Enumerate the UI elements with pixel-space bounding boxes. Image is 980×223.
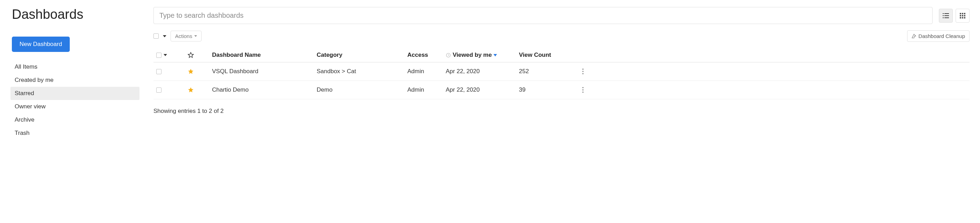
cell-access: Admin <box>407 68 442 75</box>
column-viewed-by-me[interactable]: Viewed by me <box>446 52 515 59</box>
topbar <box>153 7 969 24</box>
table-row: VSQL Dashboard Sandbox > Cat Admin Apr 2… <box>153 62 969 81</box>
svg-rect-11 <box>964 15 965 16</box>
column-category[interactable]: Category <box>317 52 404 59</box>
star-toggle[interactable] <box>188 68 208 74</box>
header-sort-caret[interactable] <box>164 54 167 56</box>
cell-name[interactable]: Chartio Demo <box>212 86 313 93</box>
main-content: Actions Dashboard Cleanup <box>153 7 969 140</box>
column-viewed-label: Viewed by me <box>453 52 492 59</box>
cell-view-count: 252 <box>519 68 568 75</box>
column-view-count[interactable]: View Count <box>519 52 568 59</box>
cleanup-label: Dashboard Cleanup <box>919 33 965 39</box>
sidebar-item-created-by-me[interactable]: Created by me <box>11 74 140 87</box>
select-all-checkbox[interactable] <box>153 33 159 39</box>
cell-category: Demo <box>317 86 404 93</box>
page-root: Dashboards New Dashboard All Items Creat… <box>0 0 980 147</box>
svg-rect-2 <box>943 15 944 16</box>
svg-rect-7 <box>962 13 963 14</box>
sidebar-item-starred[interactable]: Starred <box>11 87 140 100</box>
sidebar-nav: All Items Created by me Starred Owner vi… <box>11 60 140 140</box>
svg-point-17 <box>582 71 584 72</box>
header-checkbox[interactable] <box>156 52 161 58</box>
svg-point-21 <box>582 92 584 93</box>
svg-rect-8 <box>964 13 965 14</box>
svg-rect-13 <box>962 17 963 19</box>
svg-point-16 <box>582 69 584 70</box>
sort-desc-icon <box>493 54 497 57</box>
column-dashboard-name[interactable]: Dashboard Name <box>212 52 313 59</box>
dashboard-table: Dashboard Name Category Access Viewed by… <box>153 48 969 99</box>
grid-icon <box>960 13 965 19</box>
svg-rect-5 <box>944 17 949 18</box>
svg-rect-0 <box>943 13 944 14</box>
star-toggle[interactable] <box>188 87 208 93</box>
table-header: Dashboard Name Category Access Viewed by… <box>153 48 969 62</box>
actions-dropdown[interactable]: Actions <box>170 31 202 41</box>
cell-viewed: Apr 22, 2020 <box>446 68 515 75</box>
actions-label: Actions <box>175 33 192 39</box>
svg-point-20 <box>582 89 584 90</box>
header-select <box>156 52 170 58</box>
cell-category: Sandbox > Cat <box>317 68 404 75</box>
clock-icon <box>446 52 451 58</box>
page-title: Dashboards <box>11 7 140 22</box>
svg-rect-12 <box>960 17 961 19</box>
sidebar-item-trash[interactable]: Trash <box>11 127 140 140</box>
view-toggle <box>939 9 969 23</box>
grid-view-button[interactable] <box>956 9 969 23</box>
sidebar-item-owner-view[interactable]: Owner view <box>11 100 140 113</box>
list-view-button[interactable] <box>939 9 953 23</box>
cell-viewed: Apr 22, 2020 <box>446 86 515 93</box>
caret-down-icon <box>194 35 197 37</box>
cell-name[interactable]: VSQL Dashboard <box>212 68 313 75</box>
list-icon <box>943 13 949 18</box>
svg-rect-10 <box>962 15 963 16</box>
row-checkbox[interactable] <box>156 69 161 74</box>
star-column-header[interactable] <box>188 52 208 58</box>
row-checkbox[interactable] <box>156 87 161 93</box>
svg-rect-9 <box>960 15 961 16</box>
svg-rect-6 <box>960 13 961 14</box>
cell-view-count: 39 <box>519 86 568 93</box>
dashboard-cleanup-button[interactable]: Dashboard Cleanup <box>907 30 969 42</box>
search-input[interactable] <box>153 7 932 24</box>
toolbar: Actions Dashboard Cleanup <box>153 30 969 42</box>
svg-rect-3 <box>944 15 949 16</box>
cursor-arrow-icon <box>912 34 916 38</box>
cell-access: Admin <box>407 86 442 93</box>
row-more-menu[interactable] <box>582 87 585 93</box>
svg-point-19 <box>582 87 584 89</box>
svg-point-18 <box>582 73 584 74</box>
svg-rect-14 <box>964 17 965 19</box>
new-dashboard-button[interactable]: New Dashboard <box>12 36 70 52</box>
entries-count: Showing entries 1 to 2 of 2 <box>153 108 969 115</box>
table-row: Chartio Demo Demo Admin Apr 22, 2020 39 <box>153 81 969 99</box>
svg-rect-4 <box>943 17 944 18</box>
row-more-menu[interactable] <box>582 68 585 74</box>
sidebar-item-all-items[interactable]: All Items <box>11 60 140 74</box>
select-all-dropdown[interactable] <box>163 35 166 37</box>
sidebar-item-archive[interactable]: Archive <box>11 113 140 127</box>
column-access[interactable]: Access <box>407 52 442 59</box>
svg-rect-1 <box>944 13 949 14</box>
sidebar: Dashboards New Dashboard All Items Creat… <box>11 7 140 140</box>
